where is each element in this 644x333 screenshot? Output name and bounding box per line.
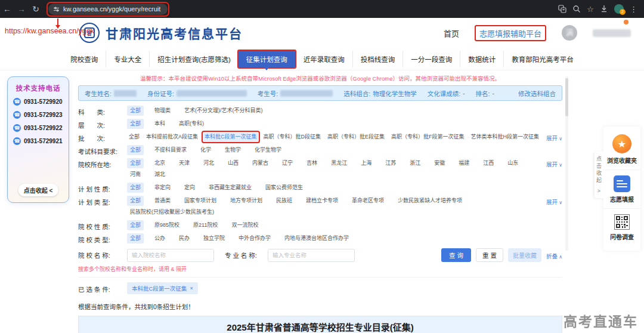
collapse-filters-link[interactable]: 折叠 bbox=[546, 250, 562, 260]
filter-option[interactable]: 北京 bbox=[151, 158, 168, 168]
filter-option[interactable]: 本科提前批次A段征集 bbox=[144, 132, 200, 142]
major-name-input[interactable] bbox=[268, 249, 355, 262]
nav-tab[interactable]: 近年录取查询 bbox=[295, 51, 352, 67]
filter-option[interactable]: 全部 bbox=[127, 233, 144, 243]
filter-option[interactable]: 天津 bbox=[176, 158, 193, 168]
scrollbar-thumb[interactable] bbox=[565, 78, 568, 116]
filter-option[interactable]: 民族班 bbox=[273, 196, 295, 206]
filter-option[interactable]: 高职（专科）批D段征集 bbox=[262, 132, 323, 142]
filter-option[interactable]: 定向 bbox=[181, 183, 198, 193]
filter-option[interactable]: 高职（专科）批E段征集 bbox=[326, 132, 386, 142]
filter-option[interactable]: 高职（专科）批F段第一次征集 bbox=[389, 132, 466, 142]
forward-icon[interactable]: → bbox=[14, 4, 29, 14]
expand-link[interactable]: 展开 bbox=[546, 196, 562, 206]
filter-option[interactable]: 化学 bbox=[197, 145, 214, 155]
user-avatar[interactable] bbox=[562, 25, 577, 41]
filter-option[interactable]: 艺术(不分文理)/艺术(不分科目类) bbox=[181, 106, 266, 116]
filter-option[interactable]: 少数民族紧缺人才培养专项 bbox=[395, 196, 465, 206]
filter-option[interactable]: 国家专项计划 bbox=[181, 196, 219, 206]
school-name-input[interactable] bbox=[127, 249, 214, 262]
filter-option[interactable]: 民族院校(只招收聚居少数民族考生) bbox=[127, 207, 217, 217]
filter-option[interactable]: 全部 bbox=[127, 145, 144, 155]
edit-subjects-link[interactable]: 修改选科组合 bbox=[518, 89, 556, 98]
batch-favorite-button[interactable]: 批量收藏 bbox=[508, 248, 541, 262]
survey-item[interactable]: 问卷调查 bbox=[603, 209, 640, 246]
filter-option[interactable]: 河南 bbox=[127, 169, 144, 180]
filter-option[interactable]: 双一流院校 bbox=[228, 220, 261, 230]
query-button[interactable]: 查 询 bbox=[441, 248, 471, 262]
filter-option[interactable]: 黑龙江 bbox=[328, 158, 350, 168]
remove-tag-icon[interactable]: × bbox=[190, 285, 193, 291]
filter-option[interactable]: 非西藏生定藏就业 bbox=[206, 183, 255, 193]
filter-option[interactable]: 山西 bbox=[225, 158, 242, 168]
address-bar[interactable]: kw.ganseea.cn/yggk/query/recruit bbox=[48, 4, 168, 15]
filter-option[interactable]: 内地与港澳台地区合作办学 bbox=[281, 233, 352, 243]
filter-option[interactable]: 吉林 bbox=[304, 158, 320, 168]
filter-option[interactable]: 全部 bbox=[127, 119, 144, 129]
filter-option[interactable]: 上海 bbox=[358, 158, 374, 168]
filter-option[interactable]: 原985院校 bbox=[151, 220, 182, 230]
filter-option[interactable]: 福建 bbox=[456, 158, 472, 168]
nav-tab[interactable]: 数据统计 bbox=[460, 51, 503, 67]
filter-option[interactable]: 普通类 bbox=[151, 196, 174, 206]
filter-option[interactable]: 本科 bbox=[151, 119, 168, 129]
right-collapse-tab[interactable]: 点击收起 > bbox=[595, 152, 603, 198]
browser-profile-avatar[interactable]: 2 bbox=[614, 4, 624, 14]
filter-option[interactable]: 江西 bbox=[480, 158, 497, 168]
filter-option[interactable]: 艺体类本科批H段第一次征集 bbox=[469, 132, 541, 142]
nav-tab[interactable]: 专业大全 bbox=[106, 51, 149, 67]
filter-option[interactable]: 物理类 bbox=[151, 106, 174, 116]
selected-condition-tag[interactable]: 本科批C段第一次征集 × bbox=[127, 282, 198, 294]
left-collapse-button[interactable]: 点击收起 < bbox=[18, 184, 58, 196]
filter-option[interactable]: 化学生物学 bbox=[252, 145, 284, 155]
expand-link[interactable]: 展开 bbox=[546, 158, 562, 168]
vertical-scrollbar[interactable] bbox=[565, 76, 568, 251]
filter-option[interactable]: 地方专项计划 bbox=[227, 196, 265, 206]
home-link[interactable]: 首页 bbox=[444, 27, 459, 39]
filter-option[interactable]: 全部 bbox=[127, 106, 144, 116]
browse-favorites-item[interactable]: ★ 浏览收藏夹 bbox=[603, 130, 640, 170]
filter-option[interactable]: 全部 bbox=[127, 196, 144, 206]
translate-icon[interactable] bbox=[558, 5, 566, 13]
filter-option[interactable]: 全部 bbox=[127, 220, 144, 230]
filter-option[interactable]: 河北 bbox=[200, 158, 217, 168]
assist-platform-link[interactable]: 志愿填报辅助平台 bbox=[475, 25, 546, 41]
back-icon[interactable]: ← bbox=[0, 4, 14, 14]
filter-option[interactable]: 全部 bbox=[127, 158, 144, 168]
filter-option[interactable]: 不提科目要求 bbox=[151, 145, 190, 155]
filter-option[interactable]: 辽宁 bbox=[279, 158, 296, 168]
nav-tab[interactable]: 招生计划查询(志愿筛选) bbox=[149, 51, 239, 67]
filter-option[interactable]: 建档立卡专项 bbox=[303, 196, 341, 206]
nav-tab[interactable]: 征集计划查询 bbox=[239, 51, 295, 67]
nav-tab[interactable]: 一分一段查询 bbox=[402, 51, 460, 67]
filter-option[interactable]: 非定向 bbox=[151, 183, 174, 193]
nav-tab[interactable]: 院校查询 bbox=[63, 51, 106, 67]
volunteer-apply-item[interactable]: 志愿填报 bbox=[603, 170, 640, 209]
filter-option[interactable]: 公办 bbox=[151, 233, 168, 243]
filter-option[interactable]: 生物学 bbox=[222, 145, 244, 155]
filter-option[interactable]: 安徽 bbox=[431, 158, 448, 168]
expand-link[interactable]: 展开 bbox=[546, 132, 562, 142]
chrome-menu-icon[interactable]: ⋮ bbox=[630, 5, 638, 14]
download-icon[interactable] bbox=[600, 5, 608, 13]
filter-option[interactable]: 原211院校 bbox=[190, 220, 221, 230]
bookmark-star-icon[interactable]: ☆ bbox=[587, 5, 594, 14]
reload-icon[interactable]: ↻ bbox=[29, 4, 43, 14]
filter-option[interactable]: 浙江 bbox=[407, 158, 423, 168]
site-info-icon[interactable] bbox=[53, 6, 60, 13]
filter-option[interactable]: 全部 bbox=[127, 132, 141, 142]
zoom-icon[interactable] bbox=[572, 5, 581, 13]
filter-option[interactable]: 革命老区专项 bbox=[349, 196, 387, 206]
filter-option[interactable]: 中外合作办学 bbox=[236, 233, 274, 243]
nav-tab[interactable]: 教育部阳光高考平台 bbox=[503, 51, 581, 67]
filter-option[interactable]: 湖北 bbox=[151, 169, 168, 180]
filter-option[interactable]: 山东 bbox=[504, 158, 521, 168]
filter-option[interactable]: 独立学院 bbox=[200, 233, 228, 243]
filter-option[interactable]: 江苏 bbox=[382, 158, 399, 168]
filter-option[interactable]: 高职(专科) bbox=[176, 119, 207, 129]
nav-tab[interactable]: 投档线查询 bbox=[352, 51, 403, 67]
filter-option[interactable]: 国家公费师范生 bbox=[262, 183, 306, 193]
filter-option[interactable]: 内蒙古 bbox=[249, 158, 271, 168]
filter-option[interactable]: 全部 bbox=[127, 183, 144, 193]
reset-button[interactable]: 重 置 bbox=[476, 248, 503, 262]
